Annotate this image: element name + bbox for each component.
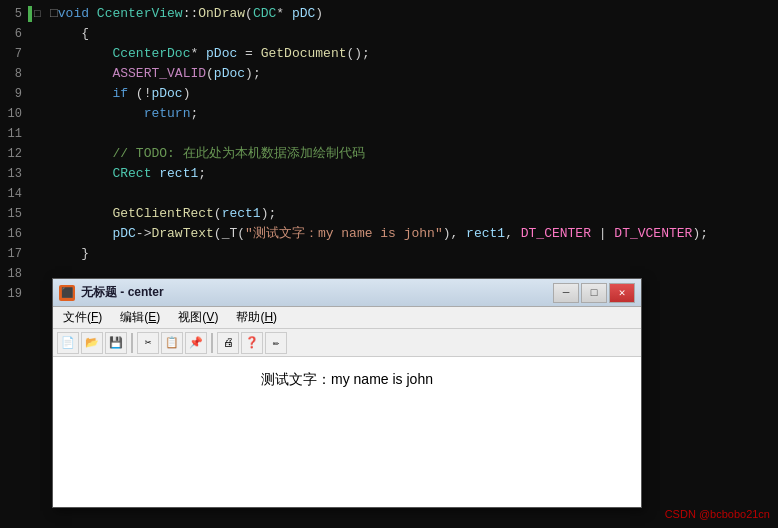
code-line: 10 return; [0, 104, 778, 124]
watermark: CSDN @bcbobo21cn [665, 508, 770, 520]
code-line: 5□□void CcenterView::OnDraw(CDC* pDC) [0, 4, 778, 24]
toolbar-sep-1 [131, 333, 133, 353]
close-button[interactable]: ✕ [609, 283, 635, 303]
line-number: 17 [0, 244, 28, 264]
code-line: 11 [0, 124, 778, 144]
line-number: 10 [0, 104, 28, 124]
line-content: ASSERT_VALID(pDoc); [46, 64, 778, 84]
line-content: if (!pDoc) [46, 84, 778, 104]
window-app-icon: ⬛ [59, 285, 75, 301]
line-number: 9 [0, 84, 28, 104]
code-line: 13 CRect rect1; [0, 164, 778, 184]
code-line: 15 GetClientRect(rect1); [0, 204, 778, 224]
line-content: GetClientRect(rect1); [46, 204, 778, 224]
minimize-button[interactable]: ─ [553, 283, 579, 303]
line-gutter: □ [28, 4, 46, 24]
toolbar-print-btn[interactable]: 🖨 [217, 332, 239, 354]
window-content: 测试文字：my name is john [53, 357, 641, 507]
window-titlebar: ⬛ 无标题 - center ─ □ ✕ [53, 279, 641, 307]
line-number: 12 [0, 144, 28, 164]
window-controls: ─ □ ✕ [553, 283, 635, 303]
code-line: 6 { [0, 24, 778, 44]
line-number: 6 [0, 24, 28, 44]
line-number: 8 [0, 64, 28, 84]
line-number: 19 [0, 284, 28, 304]
menu-help[interactable]: 帮助(H) [230, 307, 283, 328]
line-content: // TODO: 在此处为本机数据添加绘制代码 [46, 144, 778, 164]
toolbar-paste-btn[interactable]: 📌 [185, 332, 207, 354]
code-line: 16 pDC->DrawText(_T("测试文字：my name is joh… [0, 224, 778, 244]
window-title: 无标题 - center [81, 284, 553, 301]
toolbar-help-btn[interactable]: ❓ [241, 332, 263, 354]
toolbar-save-btn[interactable]: 💾 [105, 332, 127, 354]
code-line: 17 } [0, 244, 778, 264]
toolbar-cut-btn[interactable]: ✂ [137, 332, 159, 354]
line-number: 5 [0, 4, 28, 24]
menu-edit[interactable]: 编辑(E) [114, 307, 166, 328]
menu-file[interactable]: 文件(F) [57, 307, 108, 328]
code-line: 14 [0, 184, 778, 204]
line-number: 7 [0, 44, 28, 64]
content-display-text: 测试文字：my name is john [261, 371, 433, 389]
line-content: return; [46, 104, 778, 124]
line-content: CRect rect1; [46, 164, 778, 184]
toolbar-open-btn[interactable]: 📂 [81, 332, 103, 354]
line-number: 13 [0, 164, 28, 184]
toolbar-sep-2 [211, 333, 213, 353]
code-line: 12 // TODO: 在此处为本机数据添加绘制代码 [0, 144, 778, 164]
line-content: □void CcenterView::OnDraw(CDC* pDC) [46, 4, 778, 24]
code-line: 8 ASSERT_VALID(pDoc); [0, 64, 778, 84]
toolbar-new-btn[interactable]: 📄 [57, 332, 79, 354]
toolbar-pen-btn[interactable]: ✏ [265, 332, 287, 354]
line-content: { [46, 24, 778, 44]
toolbar-copy-btn[interactable]: 📋 [161, 332, 183, 354]
window-toolbar: 📄 📂 💾 ✂ 📋 📌 🖨 ❓ ✏ [53, 329, 641, 357]
line-content: } [46, 244, 778, 264]
app-window: ⬛ 无标题 - center ─ □ ✕ 文件(F) 编辑(E) 视图(V) 帮… [52, 278, 642, 508]
line-number: 16 [0, 224, 28, 244]
line-content: pDC->DrawText(_T("测试文字：my name is john")… [46, 224, 778, 244]
window-menubar: 文件(F) 编辑(E) 视图(V) 帮助(H) [53, 307, 641, 329]
maximize-button[interactable]: □ [581, 283, 607, 303]
code-lines: 5□□void CcenterView::OnDraw(CDC* pDC)6 {… [0, 0, 778, 308]
line-number: 11 [0, 124, 28, 144]
menu-view[interactable]: 视图(V) [172, 307, 224, 328]
line-content: CcenterDoc* pDoc = GetDocument(); [46, 44, 778, 64]
code-line: 7 CcenterDoc* pDoc = GetDocument(); [0, 44, 778, 64]
line-number: 14 [0, 184, 28, 204]
line-number: 15 [0, 204, 28, 224]
code-line: 9 if (!pDoc) [0, 84, 778, 104]
line-number: 18 [0, 264, 28, 284]
